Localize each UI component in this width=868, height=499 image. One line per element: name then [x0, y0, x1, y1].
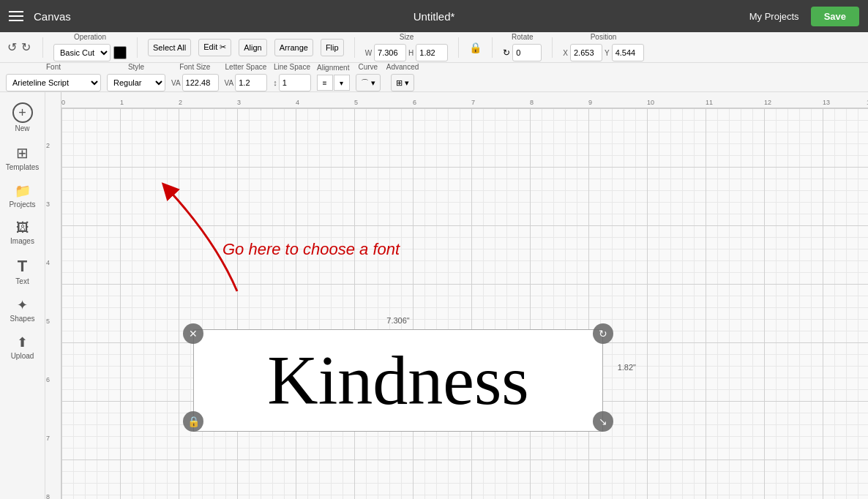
alignment-group: Alignment ≡ ▾ — [317, 64, 350, 91]
style-group: Style Regular — [107, 63, 165, 91]
select-all-group: Select All — [148, 39, 191, 56]
h-ruler-mark-4: 4 — [296, 99, 299, 106]
sidebar-item-shapes-label: Shapes — [10, 315, 35, 323]
sidebar-item-images[interactable]: 🖼 Images — [2, 216, 43, 250]
menu-icon[interactable] — [9, 11, 23, 21]
curve-button[interactable]: ⌒ ▾ — [356, 74, 381, 91]
ruler-vertical: 2 3 4 5 6 7 8 — [45, 92, 61, 499]
align-dropdown-button[interactable]: ▾ — [334, 75, 350, 91]
v-ruler-mark-2: 2 — [46, 142, 50, 149]
sidebar-item-projects[interactable]: 📁 Projects — [2, 179, 43, 213]
secondary-toolbar: Font Arieteline Script Style Regular Fon… — [0, 63, 868, 92]
alignment-buttons: ≡ ▾ — [317, 75, 350, 91]
lock-handle[interactable]: 🔒 — [183, 411, 203, 432]
delete-handle[interactable]: ✕ — [183, 323, 203, 344]
resize-handle[interactable]: ↘ — [593, 411, 613, 432]
rotate-input[interactable] — [512, 44, 542, 61]
curve-label: Curve — [358, 63, 378, 71]
sidebar-item-text-label: Text — [15, 277, 29, 285]
letter-space-label: Letter Space — [225, 63, 267, 71]
operation-label: Operation — [74, 33, 106, 41]
width-input[interactable] — [374, 44, 406, 61]
h-ruler-mark-11: 11 — [706, 99, 713, 106]
h-ruler-mark-8: 8 — [530, 99, 534, 106]
h-ruler-mark-3: 3 — [237, 99, 241, 106]
main-layout: + New ⊞ Templates 📁 Projects 🖼 Images T … — [0, 92, 868, 499]
divider-4 — [458, 37, 459, 58]
canvas-area[interactable]: 0 1 2 3 4 5 6 7 8 9 10 11 12 13 14 2 3 — [45, 92, 868, 499]
divider-3 — [354, 37, 355, 58]
align-left-button[interactable]: ≡ — [317, 75, 333, 91]
divider-1 — [42, 37, 43, 58]
kindness-text: Kindness — [267, 345, 528, 416]
style-select[interactable]: Regular — [107, 74, 165, 91]
font-label: Font — [46, 63, 61, 71]
y-input[interactable] — [612, 44, 644, 61]
operation-group: Operation Basic Cut — [53, 33, 127, 61]
font-size-input[interactable] — [182, 74, 219, 91]
align-group: Align — [239, 39, 266, 56]
templates-icon: ⊞ — [16, 144, 29, 162]
sidebar-item-shapes[interactable]: ✦ Shapes — [2, 293, 43, 327]
size-label: Size — [400, 33, 414, 41]
font-size-label: Font Size — [179, 63, 210, 71]
arrange-button[interactable]: Arrange — [274, 39, 313, 56]
v-ruler-mark-7: 7 — [46, 435, 50, 442]
size-group: Size W H — [365, 33, 449, 61]
design-canvas[interactable]: Go here to choose a font 7.306" Kindness… — [61, 108, 868, 499]
h-ruler-mark-9: 9 — [588, 99, 592, 106]
letter-space-input[interactable] — [235, 74, 267, 91]
top-navigation-bar: Canvas Untitled* My Projects Save — [0, 0, 868, 32]
save-button[interactable]: Save — [811, 7, 859, 26]
sidebar-item-new[interactable]: + New — [2, 98, 43, 137]
undo-redo-group: ↺ ↻ — [6, 39, 32, 56]
advanced-button[interactable]: ⊞ ▾ — [391, 74, 414, 91]
divider-5 — [492, 37, 493, 58]
h-ruler-mark-0: 0 — [61, 99, 65, 106]
rotate-handle[interactable]: ↻ — [593, 323, 613, 344]
images-icon: 🖼 — [16, 220, 29, 236]
sidebar-item-upload-label: Upload — [11, 352, 34, 360]
edit-button[interactable]: Edit ✂ — [198, 39, 231, 56]
align-button[interactable]: Align — [239, 39, 266, 56]
rotate-group: Rotate ↻ — [503, 33, 542, 61]
line-space-input[interactable] — [279, 74, 311, 91]
h-ruler-mark-7: 7 — [471, 99, 475, 106]
undo-button[interactable]: ↺ — [6, 39, 18, 56]
sidebar: + New ⊞ Templates 📁 Projects 🖼 Images T … — [0, 92, 45, 499]
divider-6 — [552, 37, 553, 58]
line-space-label: Line Space — [274, 63, 310, 71]
my-projects-button[interactable]: My Projects — [749, 11, 799, 22]
new-icon: + — [12, 102, 33, 123]
advanced-group: Advanced ⊞ ▾ — [386, 63, 419, 91]
flip-button[interactable]: Flip — [321, 39, 344, 56]
redo-button[interactable]: ↻ — [20, 39, 32, 56]
alignment-label: Alignment — [317, 64, 349, 72]
v-ruler-mark-6: 6 — [46, 376, 50, 383]
w-label: W — [365, 49, 372, 57]
primary-toolbar: ↺ ↻ Operation Basic Cut Select All Edit … — [0, 32, 868, 63]
h-ruler-mark-2: 2 — [179, 99, 182, 106]
sidebar-item-upload[interactable]: ⬆ Upload — [2, 330, 43, 364]
x-input[interactable] — [570, 44, 602, 61]
font-select[interactable]: Arieteline Script — [6, 74, 101, 91]
h-label: H — [408, 49, 414, 57]
select-all-button[interactable]: Select All — [148, 39, 191, 56]
text-selection-box: Kindness — [193, 329, 603, 432]
height-input[interactable] — [416, 44, 448, 61]
sidebar-item-templates-label: Templates — [6, 163, 40, 171]
curve-group: Curve ⌒ ▾ — [356, 63, 381, 91]
color-swatch[interactable] — [113, 46, 127, 59]
x-label: X — [563, 49, 568, 57]
selected-text-element[interactable]: 7.306" Kindness 1.82" ✕ ↻ 🔒 ↘ — [193, 313, 603, 421]
document-title: Untitled* — [414, 10, 455, 23]
sidebar-item-templates[interactable]: ⊞ Templates — [2, 140, 43, 176]
sidebar-item-text[interactable]: T Text — [2, 252, 43, 290]
divider-2 — [137, 37, 138, 58]
y-label: Y — [605, 49, 610, 57]
sidebar-item-new-label: New — [15, 124, 29, 132]
height-dimension-label: 1.82" — [618, 363, 636, 372]
flip-group: Flip — [321, 39, 344, 56]
v-ruler-mark-5: 5 — [46, 318, 50, 325]
operation-select[interactable]: Basic Cut — [53, 44, 111, 61]
